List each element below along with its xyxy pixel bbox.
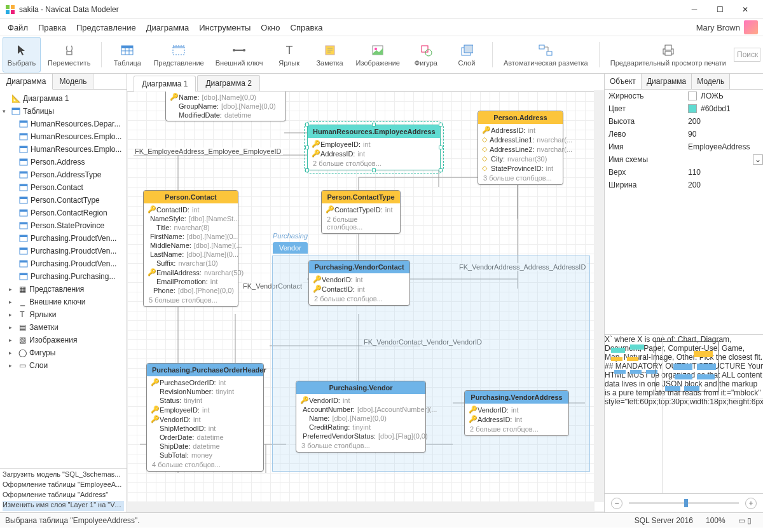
menu-tools[interactable]: Инструменты — [194, 21, 256, 34]
minimap[interactable]: X` where X is one of: Chart, Diagram, Do… — [605, 334, 763, 493]
more-columns[interactable]: 5 больше столбцов... — [144, 295, 238, 305]
tree-item[interactable]: Person.ContactType — [0, 194, 127, 207]
tab-diagram-props[interactable]: Диаграмма — [642, 74, 692, 89]
menu-diagram[interactable]: Диаграмма — [141, 21, 195, 34]
tree-item[interactable]: Purchasing.Purchasing... — [0, 270, 127, 283]
layer-tab[interactable]: Vendor — [273, 242, 308, 254]
checkbox-icon[interactable] — [688, 92, 697, 100]
prop-value[interactable]: 110 — [684, 168, 763, 177]
tree-item[interactable]: ▸▭Слои — [0, 359, 127, 372]
zoom-slider[interactable] — [629, 502, 739, 504]
tree-item[interactable]: ▸TЯрлыки — [0, 308, 127, 321]
tree-item[interactable]: HumanResources.Emplo... — [0, 130, 127, 143]
tree-item[interactable]: 📐Диаграмма 1 — [0, 92, 127, 105]
toolbar-autolayout[interactable]: Автоматическая разметка — [499, 37, 593, 72]
zoom-out-button[interactable]: − — [611, 498, 622, 509]
prop-value[interactable]: ⌄ — [684, 154, 763, 165]
toolbar-fk[interactable]: Внешний ключ — [211, 37, 268, 72]
tree-item[interactable]: Person.ContactRegion — [0, 207, 127, 219]
tree-item[interactable]: ▸⎯Внешние ключи — [0, 296, 127, 308]
more-columns[interactable]: 2 больше столбцов... — [309, 294, 409, 304]
canvas[interactable]: FK_EmployeeAddress_Employee_EmployeeID F… — [127, 92, 604, 512]
color-swatch-icon[interactable] — [688, 104, 697, 113]
entity-department[interactable]: 🔑Name: [dbo].[Name](0,0)GroupName: [dbo]… — [165, 92, 286, 121]
entity-vendor[interactable]: Purchasing.Vendor🔑VendorID: intAccountNu… — [296, 381, 426, 453]
tree-item[interactable]: ▸◯Фигуры — [0, 346, 127, 359]
menu-window[interactable]: Окно — [256, 21, 285, 34]
log-entry[interactable]: Изменить имя слоя "Layer 1" на "Ve... — [3, 501, 124, 511]
prop-value[interactable]: 200 — [684, 181, 763, 189]
toolbar-image[interactable]: Изображение — [352, 37, 404, 72]
more-columns[interactable]: 4 больше столбцов... — [147, 460, 263, 470]
tab-diagram[interactable]: Диаграмма — [0, 74, 53, 90]
toolbar-note[interactable]: Заметка — [311, 37, 349, 72]
toolbar-view[interactable]: Представление — [149, 37, 208, 72]
prop-value[interactable]: 200 — [684, 117, 763, 126]
entity-employee-address[interactable]: HumanResources.EmployeeAddress🔑EmployeeI… — [307, 125, 441, 170]
maximize-button[interactable]: ☐ — [707, 1, 732, 18]
tree-item[interactable]: Purchasing.ProudctVen... — [0, 232, 127, 245]
tree-item[interactable]: Person.AddressType — [0, 168, 127, 181]
tab-diagram-2[interactable]: Диаграмма 2 — [197, 75, 259, 91]
tree-item[interactable]: ▸▧Изображения — [0, 334, 127, 346]
toolbar-move[interactable]: Переместить — [43, 37, 95, 72]
toolbar-table[interactable]: Таблица — [108, 37, 146, 72]
toolbar-layer[interactable]: Слой — [448, 37, 486, 72]
tree-item[interactable]: Purchasing.ProudctVen... — [0, 245, 127, 257]
menu-edit[interactable]: Правка — [33, 21, 71, 34]
prop-value[interactable]: 90 — [684, 130, 763, 139]
toolbar-label[interactable]: TЯрлык — [270, 37, 308, 72]
entity-contact-type[interactable]: Person.ContactType🔑ContactTypeID: int2 б… — [321, 190, 401, 234]
toolbar-printpreview[interactable]: Предварительный просмотр печати — [606, 37, 731, 72]
tree-item[interactable]: HumanResources.Depar... — [0, 118, 127, 130]
property-row[interactable]: ЖирностьЛОЖЬ — [605, 90, 763, 102]
tree-item[interactable]: Person.Address — [0, 156, 127, 168]
toolbar-select[interactable]: Выбрать — [3, 37, 41, 72]
tree-item[interactable]: ▾Таблицы — [0, 105, 127, 118]
tab-model[interactable]: Модель — [53, 74, 93, 89]
entity-vendor-address[interactable]: Purchasing.VendorAddress🔑VendorID: int🔑A… — [464, 390, 569, 436]
more-columns[interactable]: 2 больше столбцов... — [322, 214, 400, 232]
toolbar-shape[interactable]: Фигура — [407, 37, 445, 72]
property-row[interactable]: ИмяEmployeeAddress — [605, 140, 763, 153]
tree-item[interactable]: ▸▤Заметки — [0, 321, 127, 334]
property-row[interactable]: Имя схемы⌄ — [605, 153, 763, 166]
more-columns[interactable]: 3 больше столбцов... — [296, 440, 425, 451]
property-grid[interactable]: ЖирностьЛОЖЬЦвет#60dbd1Высота200Лево90Им… — [605, 90, 763, 191]
menu-file[interactable]: Файл — [3, 21, 33, 34]
close-button[interactable]: ✕ — [732, 1, 758, 18]
prop-value[interactable]: #60dbd1 — [684, 104, 763, 113]
object-tree[interactable]: 📐Диаграмма 1▾ТаблицыHumanResources.Depar… — [0, 90, 127, 468]
property-row[interactable]: Верх110 — [605, 166, 763, 179]
tab-model-props[interactable]: Модель — [692, 74, 730, 89]
tree-item[interactable]: Purchasing.ProudctVen... — [0, 257, 127, 270]
property-row[interactable]: Цвет#60dbd1 — [605, 102, 763, 115]
tab-diagram-1[interactable]: Диаграмма 1 — [134, 76, 196, 92]
property-row[interactable]: Высота200 — [605, 115, 763, 128]
entity-address[interactable]: Person.Address🔑AddressID: int◇AddressLin… — [478, 111, 563, 185]
tree-item[interactable]: Person.StateProvince — [0, 219, 127, 232]
user-display[interactable]: Mary Brown — [696, 20, 760, 34]
prop-value[interactable]: ЛОЖЬ — [684, 92, 763, 100]
zoom-in-button[interactable]: + — [745, 498, 757, 509]
property-row[interactable]: Ширина200 — [605, 179, 763, 191]
chevron-down-icon[interactable]: ⌄ — [753, 154, 763, 165]
entity-contact[interactable]: Person.Contact🔑ContactID: intNameStyle: … — [143, 190, 238, 307]
minimize-button[interactable]: ─ — [682, 1, 707, 18]
tree-item[interactable]: HumanResources.Emplo... — [0, 143, 127, 156]
entity-vendor-contact[interactable]: Purchasing.VendorContact🔑VendorID: int🔑C… — [308, 260, 410, 306]
tab-object[interactable]: Объект — [605, 74, 642, 89]
entity-purchase-order-header[interactable]: Purchasing.PurchaseOrderHeader🔑PurchaseO… — [146, 363, 264, 472]
scrollbar-vertical[interactable] — [594, 90, 604, 502]
prop-value[interactable]: EmployeeAddress — [684, 142, 763, 151]
scrollbar-horizontal[interactable] — [127, 502, 594, 512]
more-columns[interactable]: 3 больше столбцов... — [478, 173, 563, 183]
search-input[interactable]: Поиск — [734, 48, 760, 62]
tree-item[interactable]: Person.Contact — [0, 181, 127, 194]
menu-view[interactable]: Представление — [71, 21, 141, 34]
view-mode-icons[interactable]: ▭ ▯ — [732, 516, 758, 525]
more-columns[interactable]: 2 больше столбцов... — [308, 158, 440, 168]
more-columns[interactable]: 2 больше столбцов... — [465, 424, 568, 434]
menu-help[interactable]: Справка — [285, 21, 328, 34]
property-row[interactable]: Лево90 — [605, 128, 763, 140]
